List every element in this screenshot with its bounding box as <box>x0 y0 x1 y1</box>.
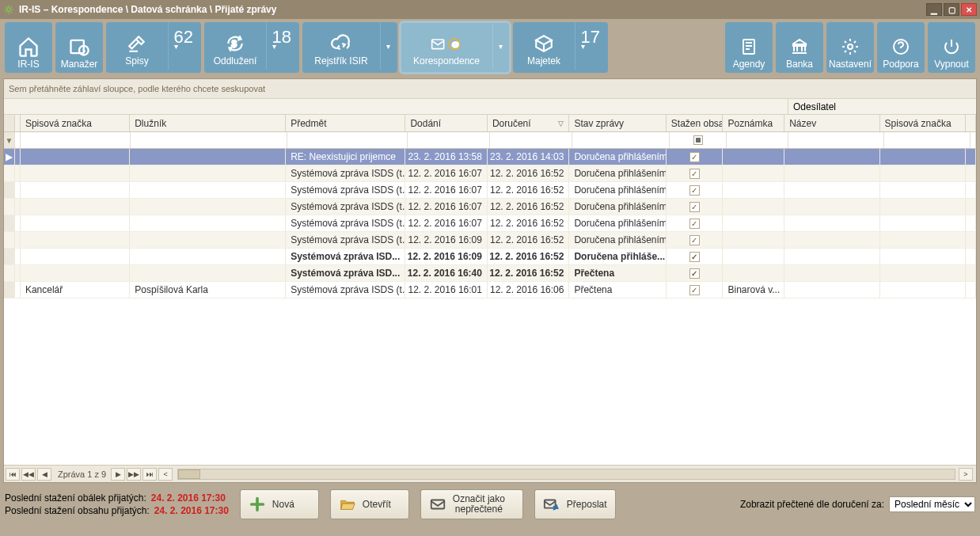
col-poznamka[interactable]: Poznámka <box>723 115 784 131</box>
cell-nazev <box>784 165 879 181</box>
cell-spisova: Kancelář <box>21 282 130 298</box>
cell-stav: Přečtena <box>569 282 666 298</box>
col-stav[interactable]: Stav zprávy <box>569 115 666 131</box>
cell-poznamka <box>723 149 784 165</box>
pager-hscroll[interactable] <box>177 469 955 480</box>
table-row[interactable]: Systémová zpráva ISDS (t...12. 2. 2016 1… <box>4 182 976 199</box>
ribbon-manazer-label: Manažer <box>61 59 98 70</box>
table-row[interactable]: Systémová zpráva ISDS (t...12. 2. 2016 1… <box>4 199 976 215</box>
ribbon-korespondence[interactable]: @ Korespondence ▾ <box>401 22 510 73</box>
ribbon-majetek-label: Majetek <box>527 55 560 67</box>
ribbon-korespondence-drop[interactable]: ▾ <box>492 22 508 70</box>
pager-next-page[interactable]: ▶▶ <box>127 468 141 481</box>
ribbon-rejstrik[interactable]: Rejstřík ISIR ▾ <box>302 22 397 73</box>
group-by-bar[interactable]: Sem přetáhněte záhlaví sloupce, podle kt… <box>4 79 976 99</box>
ribbon-vypnout[interactable]: Vypnout <box>928 22 975 73</box>
col-dluznik[interactable]: Dlužník <box>130 115 286 131</box>
filter-dodani[interactable] <box>408 132 490 148</box>
envelope-icon <box>429 496 446 513</box>
checkbox-stazen[interactable]: ✓ <box>689 219 700 229</box>
checkbox-stazen[interactable]: ✓ <box>689 202 700 212</box>
cell-predmet: Systémová zpráva ISD... <box>286 249 405 264</box>
pager-next[interactable]: ▶ <box>111 468 125 481</box>
col-doruceni[interactable]: Doručení ▽ <box>488 115 570 131</box>
cell-spisova <box>21 215 130 231</box>
table-row[interactable]: Systémová zpráva ISD...12. 2. 2016 16:40… <box>4 265 976 282</box>
pager-last[interactable]: ⏭ <box>142 468 157 481</box>
pager-scroll-right[interactable]: > <box>959 468 973 481</box>
cell-spis2 <box>880 199 966 215</box>
col-spisova[interactable]: Spisová značka <box>21 115 130 131</box>
filter-stav[interactable] <box>572 132 670 148</box>
ribbon-rejstrik-drop[interactable]: ▾ <box>380 22 396 70</box>
cell-spis2 <box>880 149 966 165</box>
cell-dodani: 12. 2. 2016 16:07 <box>405 182 488 198</box>
filter-stazen[interactable] <box>670 132 727 148</box>
filter-dluznik[interactable] <box>131 132 287 148</box>
filter-poznamka[interactable] <box>727 132 788 148</box>
table-row[interactable]: Systémová zpráva ISDS (t...12. 2. 2016 1… <box>4 165 976 182</box>
cell-dluznik <box>130 199 286 215</box>
pager-prev[interactable]: ◀ <box>37 468 51 481</box>
col-odesilatel-group[interactable]: Odesílatel <box>788 99 976 114</box>
checkbox-stazen[interactable]: ✓ <box>689 285 700 295</box>
filter-spis2[interactable] <box>884 132 971 148</box>
cell-poznamka <box>723 215 784 231</box>
col-nazev[interactable]: Název <box>784 115 879 131</box>
ribbon-banka[interactable]: Banka <box>776 22 823 73</box>
cell-dodani: 12. 2. 2016 16:09 <box>405 249 488 264</box>
button-nova[interactable]: Nová <box>240 489 319 519</box>
grid-panel: Sem přetáhněte záhlaví sloupce, podle kt… <box>3 78 977 483</box>
button-otevrit[interactable]: Otevřít <box>330 489 409 519</box>
col-stazen[interactable]: Stažen obsah <box>667 115 724 131</box>
checkbox-stazen[interactable]: ✓ <box>689 252 700 262</box>
ribbon-spisy[interactable]: Spisy 62 ▾ <box>106 22 201 73</box>
ribbon-iris[interactable]: IR-IS <box>5 22 52 73</box>
filter-select[interactable]: Poslední měsíc <box>889 496 975 512</box>
checkbox-stazen[interactable]: ✓ <box>689 169 700 179</box>
pager-prev-page[interactable]: ◀◀ <box>21 468 36 481</box>
ribbon-vypnout-label: Vypnout <box>934 59 969 70</box>
maximize-button[interactable]: ▢ <box>944 3 959 16</box>
pager-stop[interactable]: < <box>158 468 173 481</box>
table-row[interactable]: ▶RE: Neexistujici prijemce23. 2. 2016 13… <box>4 149 976 165</box>
ribbon-podpora[interactable]: Podpora <box>877 22 925 73</box>
cell-poznamka <box>723 199 784 215</box>
table-row[interactable]: Systémová zpráva ISD...12. 2. 2016 16:09… <box>4 249 976 265</box>
ribbon-nastaveni[interactable]: Nastavení <box>826 22 874 73</box>
ribbon-majetek[interactable]: Majetek 17 ▾ <box>513 22 608 73</box>
col-dodani[interactable]: Dodání <box>405 115 488 131</box>
filter-doruceni[interactable] <box>490 132 572 148</box>
ribbon-agendy[interactable]: Agendy <box>725 22 773 73</box>
close-button[interactable]: ✕ <box>961 3 977 16</box>
cell-spisova <box>21 265 130 281</box>
checkbox-stazen[interactable]: ✓ <box>689 235 700 245</box>
table-row[interactable]: Systémová zpráva ISDS (t...12. 2. 2016 1… <box>4 215 976 232</box>
cell-stazen: ✓ <box>667 282 724 298</box>
pager-first[interactable]: ⏮ <box>6 468 20 481</box>
button-oznacit[interactable]: Označit jako nepřečtené <box>420 489 523 519</box>
cell-dodani: 12. 2. 2016 16:01 <box>405 282 488 298</box>
button-preposlat[interactable]: Přeposlat <box>534 489 616 519</box>
autofilter-icon[interactable]: ▼ <box>4 132 15 148</box>
checkbox-stazen[interactable]: ✓ <box>689 185 700 196</box>
ribbon-manazer[interactable]: Manažer <box>55 22 103 73</box>
col-spis2[interactable]: Spisová značka <box>880 115 966 131</box>
ribbon-oddluzeni[interactable]: $ Oddlužení 18 ▾ <box>204 22 299 73</box>
table-row[interactable]: KancelářPospíšilová KarlaSystémová zpráv… <box>4 282 976 298</box>
svg-text:@: @ <box>452 40 459 48</box>
filter-predmet[interactable] <box>287 132 408 148</box>
home-icon <box>17 35 40 59</box>
filter-spisova[interactable] <box>21 132 131 148</box>
checkbox-stazen[interactable]: ✓ <box>689 152 700 162</box>
cell-dluznik <box>130 165 286 181</box>
table-row[interactable]: Systémová zpráva ISDS (t...12. 2. 2016 1… <box>4 232 976 249</box>
cell-remain <box>966 149 976 165</box>
filter-nazev[interactable] <box>788 132 884 148</box>
col-predmet[interactable]: Předmět <box>286 115 405 131</box>
status-obalek-value: 24. 2. 2016 17:30 <box>151 492 226 504</box>
cell-poznamka: Binarová v... <box>723 282 784 298</box>
minimize-button[interactable]: ▁ <box>926 3 942 16</box>
checkbox-stazen[interactable]: ✓ <box>689 268 700 279</box>
cell-remain <box>966 265 976 281</box>
